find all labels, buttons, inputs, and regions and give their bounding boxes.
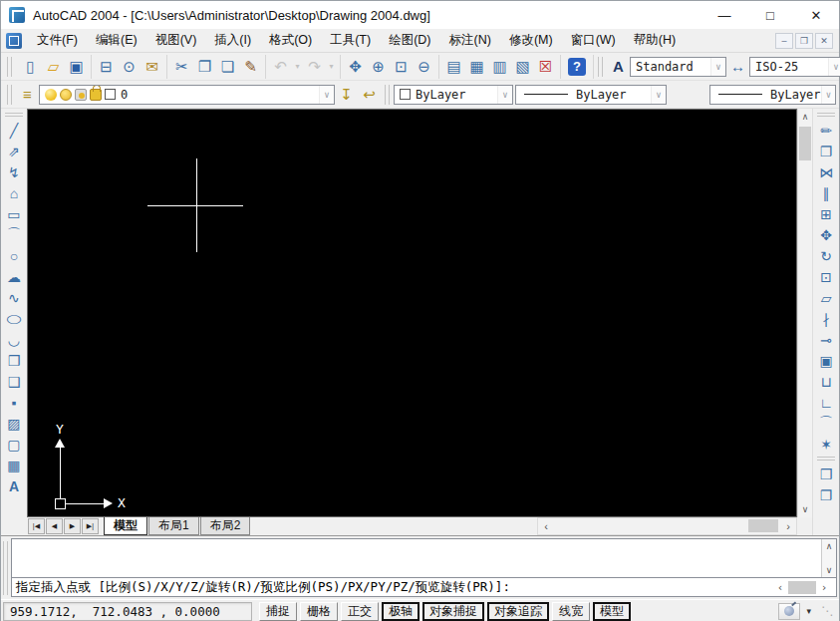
menu-modify[interactable]: 修改(M) — [500, 29, 562, 52]
layer-viewport-freeze-icon[interactable] — [75, 89, 87, 101]
color-select[interactable]: ByLayer ∨ — [394, 85, 513, 105]
chevron-down-icon[interactable]: ∨ — [319, 86, 334, 104]
plot-icon[interactable]: ⊟ — [95, 56, 118, 78]
mdi-close-button[interactable]: ✕ — [815, 33, 833, 49]
mdi-minimize-button[interactable]: – — [775, 33, 793, 49]
tab-prev-button[interactable]: ◀ — [46, 518, 63, 534]
menu-edit[interactable]: 编辑(E) — [87, 29, 146, 52]
tab-model[interactable]: 模型 — [104, 517, 147, 535]
dim-style-icon[interactable]: ↔ — [726, 56, 749, 78]
command-input-scrollbar[interactable]: ‹ › — [772, 581, 832, 594]
help-icon[interactable]: ? — [568, 58, 586, 76]
zoom-realtime-icon[interactable]: ⊕ — [367, 56, 390, 78]
scroll-left-icon[interactable]: ‹ — [772, 581, 788, 594]
extend-icon[interactable]: ⊸ — [815, 329, 837, 350]
save-icon[interactable]: ▣ — [65, 56, 88, 78]
spline-icon[interactable]: ∿ — [3, 287, 25, 308]
toolbar-grip[interactable] — [385, 85, 390, 105]
resize-grip-icon[interactable]: ⋱ — [821, 604, 833, 618]
table-icon[interactable]: ▦ — [3, 455, 25, 475]
snap-toggle[interactable]: 捕捉 — [259, 602, 297, 621]
chevron-down-icon[interactable]: ∨ — [710, 58, 725, 76]
break-at-point-icon[interactable]: ▣ — [815, 350, 837, 371]
cut-icon[interactable]: ✂ — [170, 56, 193, 78]
point-icon[interactable]: ▪ — [3, 392, 25, 413]
arc-icon[interactable]: ⌒ — [3, 224, 25, 245]
tab-first-button[interactable]: |◀ — [28, 518, 45, 534]
make-layer-current-icon[interactable]: ↧ — [335, 84, 358, 106]
osnap-toggle[interactable]: 对象捕捉 — [422, 602, 484, 621]
insert-block-icon[interactable]: ❒ — [3, 350, 25, 371]
scrollbar-thumb[interactable] — [799, 127, 811, 160]
linetype-select[interactable]: ByLayer ∨ — [515, 85, 667, 105]
menu-format[interactable]: 格式(O) — [260, 29, 321, 52]
maximize-button[interactable]: □ — [747, 1, 793, 29]
draworder-back-icon[interactable]: ❐ — [815, 484, 837, 505]
close-button[interactable]: ✕ — [793, 1, 839, 29]
construction-line-icon[interactable]: ⇗ — [3, 141, 25, 161]
chevron-down-icon[interactable]: ∨ — [828, 58, 840, 76]
otrack-toggle[interactable]: 对象追踪 — [487, 602, 549, 621]
erase-icon[interactable]: ✏ — [815, 120, 837, 141]
fillet-icon[interactable]: ⌒ — [815, 413, 837, 434]
layer-freeze-icon[interactable] — [60, 89, 72, 101]
publish-icon[interactable]: ✉ — [140, 56, 163, 78]
scroll-right-icon[interactable]: › — [780, 518, 796, 534]
communication-center-icon[interactable] — [778, 603, 800, 620]
paste-icon[interactable]: ❏ — [216, 56, 239, 78]
new-file-icon[interactable]: ▯ — [19, 56, 42, 78]
layer-lock-icon[interactable] — [90, 89, 102, 101]
toolbar-grip[interactable] — [7, 57, 12, 77]
dim-style-select[interactable]: ISO-25 ∨ — [749, 57, 840, 77]
menu-file[interactable]: 文件(F) — [28, 29, 87, 52]
make-block-icon[interactable]: ❑ — [3, 371, 25, 392]
tab-next-button[interactable]: ▶ — [64, 518, 81, 534]
ellipse-arc-icon[interactable]: ◡ — [3, 329, 25, 350]
drawing-canvas[interactable]: Y X — [27, 109, 797, 517]
polygon-icon[interactable]: ⌂ — [3, 182, 25, 203]
menu-dimension[interactable]: 标注(N) — [440, 29, 500, 52]
break-icon[interactable]: ⊔ — [815, 371, 837, 392]
coordinate-display[interactable]: 959.1712, 712.0483 , 0.0000 — [3, 602, 252, 621]
chamfer-icon[interactable]: ∟ — [815, 392, 837, 413]
redo-icon[interactable]: ↷ — [303, 56, 326, 78]
chevron-down-icon[interactable]: ∨ — [497, 86, 512, 104]
properties-icon[interactable]: ▤ — [442, 56, 465, 78]
copy-object-icon[interactable]: ❐ — [815, 141, 837, 161]
grid-toggle[interactable]: 栅格 — [300, 602, 338, 621]
status-dropdown-icon[interactable]: ▾ — [806, 606, 811, 616]
dbconnect-icon[interactable]: ▧ — [511, 56, 534, 78]
layer-previous-icon[interactable]: ↩ — [358, 84, 381, 106]
menu-window[interactable]: 窗口(W) — [562, 29, 625, 52]
chevron-down-icon[interactable]: ∨ — [651, 86, 666, 104]
open-file-icon[interactable]: ▱ — [42, 56, 65, 78]
scrollbar-thumb[interactable] — [788, 581, 816, 594]
cad-standards-icon[interactable]: ☒ — [534, 56, 557, 78]
horizontal-scrollbar[interactable]: ‹ › — [537, 517, 797, 535]
scale-icon[interactable]: ⊡ — [815, 266, 837, 287]
vertical-scrollbar[interactable]: ∧ ∨ — [797, 109, 812, 517]
pan-icon[interactable]: ✥ — [344, 56, 367, 78]
lineweight-toggle[interactable]: 线宽 — [552, 602, 590, 621]
minimize-button[interactable]: — — [701, 1, 747, 29]
draworder-front-icon[interactable]: ❒ — [815, 464, 837, 484]
scrollbar-thumb[interactable] — [748, 519, 778, 532]
scroll-down-icon[interactable]: ∨ — [822, 563, 836, 577]
tab-layout2[interactable]: 布局2 — [200, 517, 251, 535]
layer-select[interactable]: 0 ∨ — [39, 85, 335, 105]
move-icon[interactable]: ✥ — [815, 224, 837, 245]
mirror-icon[interactable]: ⋈ — [815, 161, 837, 182]
trim-icon[interactable]: ∤ — [815, 308, 837, 329]
model-toggle[interactable]: 模型 — [593, 602, 631, 621]
rotate-icon[interactable]: ↻ — [815, 245, 837, 266]
mtext-icon[interactable]: A — [3, 475, 25, 496]
lineweight-select[interactable]: ByLayer ∨ — [709, 85, 836, 105]
dropdown-icon[interactable]: ▾ — [326, 56, 337, 78]
plot-preview-icon[interactable]: ⊙ — [118, 56, 140, 78]
copy-icon[interactable]: ❐ — [193, 56, 216, 78]
polar-toggle[interactable]: 极轴 — [382, 602, 420, 621]
text-style-select[interactable]: Standard ∨ — [630, 57, 726, 77]
menu-insert[interactable]: 插入(I) — [205, 29, 260, 52]
layer-on-icon[interactable] — [45, 89, 57, 101]
toolbar-grip[interactable] — [598, 57, 603, 77]
